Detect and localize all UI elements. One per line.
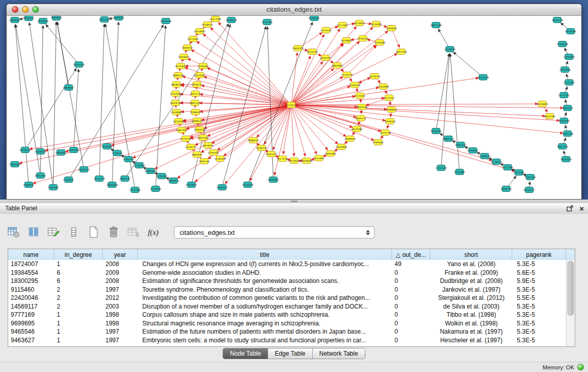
column-header[interactable]: in_degree (54, 249, 103, 260)
network-node[interactable]: 16139811 (341, 38, 352, 43)
table-cell[interactable]: 22420046 (8, 294, 54, 301)
table-row[interactable]: 1830029562008Estimation of significance … (8, 277, 567, 286)
table-row[interactable]: 946362711997Embryonic stem cells: a mode… (8, 336, 567, 345)
network-node[interactable]: 16437584 (544, 114, 555, 119)
create-column-button[interactable] (87, 226, 100, 239)
network-node[interactable]: 27347533 (525, 174, 536, 180)
network-node[interactable]: 25260520 (19, 147, 31, 153)
table-row[interactable]: 977716911998Corpus callosum shape and si… (8, 311, 567, 319)
network-node[interactable]: 15950120 (194, 127, 205, 133)
table-row[interactable]: 946554611997Estimation of the future num… (8, 327, 567, 336)
network-node[interactable]: 13679424 (202, 143, 213, 148)
table-cell[interactable]: 1998 (103, 311, 138, 318)
network-edge[interactable] (46, 25, 79, 64)
table-cell[interactable]: 19384554 (8, 269, 54, 276)
network-node[interactable]: 9862846 (192, 152, 202, 158)
scrollbar-thumb[interactable] (568, 261, 574, 316)
table-cell[interactable]: 18724007 (8, 260, 54, 268)
table-cell[interactable]: Yano et al. (2008) (430, 260, 512, 268)
table-cell[interactable]: 6 (54, 269, 103, 276)
network-node[interactable]: 27457163 (435, 165, 447, 171)
network-node[interactable]: 19415717 (99, 17, 110, 23)
network-node[interactable]: 12217952 (337, 23, 348, 28)
network-edge[interactable] (105, 24, 135, 190)
network-graph[interactable]: 1724042722600192219269742073262719965718… (7, 16, 581, 199)
network-node[interactable]: 21350999 (378, 84, 389, 90)
network-node[interactable]: 19249009 (336, 144, 347, 150)
network-node[interactable]: 25905400 (9, 162, 20, 167)
network-edge[interactable] (291, 105, 514, 171)
network-node[interactable]: 92450112 (524, 187, 535, 193)
network-node[interactable]: 27633630 (563, 54, 575, 60)
column-header[interactable]: pagerank (512, 249, 566, 260)
network-node[interactable]: 22003047 (186, 182, 197, 188)
network-edge[interactable] (291, 34, 324, 105)
network-node[interactable]: 21296731 (112, 150, 123, 156)
table-cell[interactable]: Disruption of a novel member of a sodium… (138, 303, 392, 310)
network-node[interactable]: 22331030 (150, 186, 161, 192)
table-row[interactable]: 1456911722003Disruption of a novel membe… (8, 302, 567, 311)
network-node[interactable]: 21572417 (383, 95, 395, 101)
network-node[interactable]: 20513518 (73, 62, 84, 68)
table-cell[interactable]: Changes of HCN gene expression and I(f) … (138, 260, 392, 268)
network-node[interactable]: 26095902 (55, 150, 67, 156)
zoom-window-button[interactable] (32, 6, 39, 13)
table-row[interactable]: 1872400712008Changes of HCN gene express… (8, 260, 567, 269)
network-node[interactable]: 21278745 (369, 74, 380, 79)
network-node[interactable]: 17185559 (349, 82, 360, 88)
network-node[interactable]: 21407191 (123, 157, 134, 162)
table-cell[interactable]: 9115460 (8, 286, 54, 293)
network-node[interactable]: 19161518 (552, 17, 563, 23)
table-cell[interactable]: 1 (54, 320, 103, 327)
network-edge[interactable] (25, 69, 76, 150)
table-cell[interactable]: Franke et al. (2009) (430, 269, 512, 276)
edit-table-button[interactable] (47, 226, 60, 239)
network-node[interactable]: 11283309 (214, 156, 226, 162)
delete-column-button[interactable] (107, 226, 120, 239)
network-edge[interactable] (291, 105, 338, 144)
table-cell[interactable]: 1 (54, 260, 103, 268)
table-cell[interactable]: Corpus callosum shape and size in male p… (138, 311, 392, 318)
network-node[interactable]: 21832975 (168, 178, 179, 184)
table-cell[interactable]: 0 (392, 328, 430, 335)
table-cell[interactable]: 5.3E-5 (512, 311, 566, 318)
network-node[interactable]: 10746715 (185, 144, 197, 150)
table-row[interactable]: 969969511998Structural magnetic resonanc… (8, 319, 567, 328)
network-node[interactable]: 14526392 (371, 21, 382, 27)
network-node[interactable]: 27049351 (467, 148, 478, 154)
network-edge[interactable] (453, 52, 483, 77)
table-cell[interactable]: 1997 (103, 286, 138, 293)
network-node[interactable]: 20732627 (175, 63, 186, 69)
network-node[interactable]: 28017370 (557, 144, 568, 149)
network-node[interactable]: 19965718 (172, 73, 184, 78)
network-node[interactable]: 27905238 (562, 131, 573, 137)
network-edge[interactable] (225, 105, 291, 184)
network-edge[interactable] (219, 23, 291, 105)
network-node[interactable]: 19298821 (37, 18, 49, 24)
column-header[interactable]: year (103, 249, 138, 260)
memory-status-icon[interactable] (577, 364, 584, 370)
network-node[interactable]: 18067508 (356, 104, 367, 110)
network-node[interactable]: 25605972 (68, 147, 79, 153)
network-edge[interactable] (291, 105, 563, 108)
table-cell[interactable]: 0 (392, 269, 430, 276)
network-node[interactable]: 13129923 (354, 20, 365, 26)
network-node[interactable]: 16844803 (332, 63, 343, 69)
network-node[interactable]: 26962532 (455, 142, 466, 148)
tab-node-table[interactable]: Node Table (223, 348, 268, 359)
tab-edge-table[interactable]: Edge Table (268, 348, 312, 359)
network-table-select[interactable]: citations_edges.txt (174, 226, 375, 238)
table-row[interactable]: 911546021997Tourette syndrome. Phenomeno… (8, 286, 567, 294)
network-node[interactable]: 27002142 (119, 176, 130, 182)
table-cell[interactable]: 2003 (103, 303, 138, 310)
table-cell[interactable]: 5.9E-5 (512, 277, 566, 285)
table-cell[interactable]: 14569117 (8, 303, 54, 310)
network-node[interactable]: 16418745 (170, 100, 181, 106)
table-cell[interactable]: 2012 (103, 294, 138, 301)
network-node[interactable]: 20630647 (63, 85, 74, 91)
network-edge[interactable] (347, 46, 377, 75)
table-cell[interactable]: 5.6E-5 (512, 269, 566, 276)
show-columns-button[interactable] (27, 226, 40, 239)
network-node[interactable]: 26903268 (106, 182, 118, 188)
column-header[interactable]: name (8, 249, 54, 260)
